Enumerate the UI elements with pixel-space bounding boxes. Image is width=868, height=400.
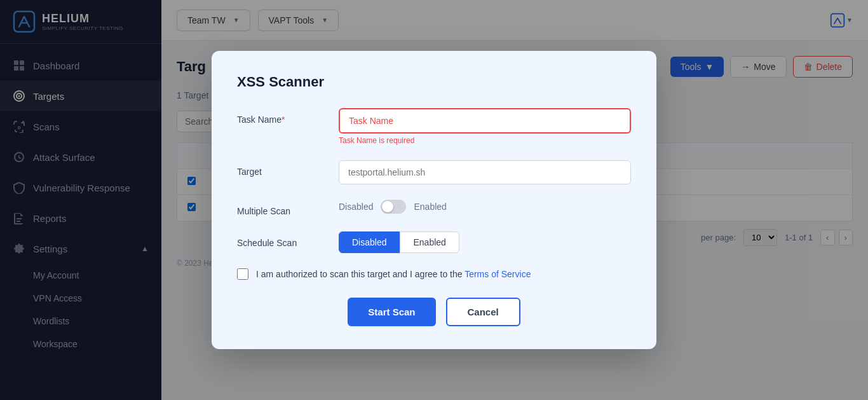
- toggle-disabled-label: Disabled: [339, 202, 373, 212]
- task-name-error-message: Task Name is required: [339, 136, 631, 145]
- task-name-row: Task Name* Task Name is required: [237, 108, 631, 145]
- multiple-scan-control: Disabled Enabled: [339, 200, 631, 214]
- multiple-scan-label-text: Multiple Scan: [237, 206, 290, 216]
- toggle-enabled-label: Enabled: [414, 202, 446, 212]
- task-name-label-text: Task Name: [237, 114, 281, 125]
- agree-text: I am authorized to scan this target and …: [256, 269, 531, 279]
- required-asterisk: *: [281, 114, 285, 125]
- target-row: Target: [237, 160, 631, 184]
- toggle-row: Disabled Enabled: [339, 200, 631, 214]
- multiple-scan-row: Multiple Scan Disabled Enabled: [237, 200, 631, 216]
- multiple-scan-toggle[interactable]: [381, 200, 406, 214]
- target-label-text: Target: [237, 167, 262, 177]
- agree-row: I am authorized to scan this target and …: [237, 268, 631, 280]
- modal-actions: Start Scan Cancel: [237, 298, 631, 326]
- xss-scanner-modal: XSS Scanner Task Name* Task Name is requ…: [212, 51, 656, 349]
- terms-link[interactable]: Terms of Service: [465, 269, 531, 279]
- schedule-scan-label-text: Schedule Scan: [237, 238, 297, 248]
- modal-title: XSS Scanner: [237, 74, 631, 90]
- cancel-button[interactable]: Cancel: [446, 298, 520, 326]
- agree-checkbox[interactable]: [237, 268, 248, 280]
- schedule-buttons: Disabled Enabled: [339, 231, 631, 253]
- schedule-scan-label: Schedule Scan: [237, 231, 326, 248]
- schedule-disabled-button[interactable]: Disabled: [339, 231, 400, 253]
- modal-overlay: XSS Scanner Task Name* Task Name is requ…: [0, 0, 868, 400]
- task-name-control: Task Name is required: [339, 108, 631, 145]
- task-name-label: Task Name*: [237, 108, 326, 125]
- target-input[interactable]: [339, 160, 631, 184]
- schedule-scan-row: Schedule Scan Disabled Enabled: [237, 231, 631, 253]
- task-name-input[interactable]: [339, 108, 631, 134]
- schedule-enabled-button[interactable]: Enabled: [400, 231, 459, 253]
- multiple-scan-label: Multiple Scan: [237, 200, 326, 216]
- start-scan-button[interactable]: Start Scan: [348, 298, 435, 326]
- agree-text-prefix: I am authorized to scan this target and …: [256, 269, 465, 279]
- target-label: Target: [237, 160, 326, 177]
- target-control: [339, 160, 631, 184]
- schedule-scan-control: Disabled Enabled: [339, 231, 631, 253]
